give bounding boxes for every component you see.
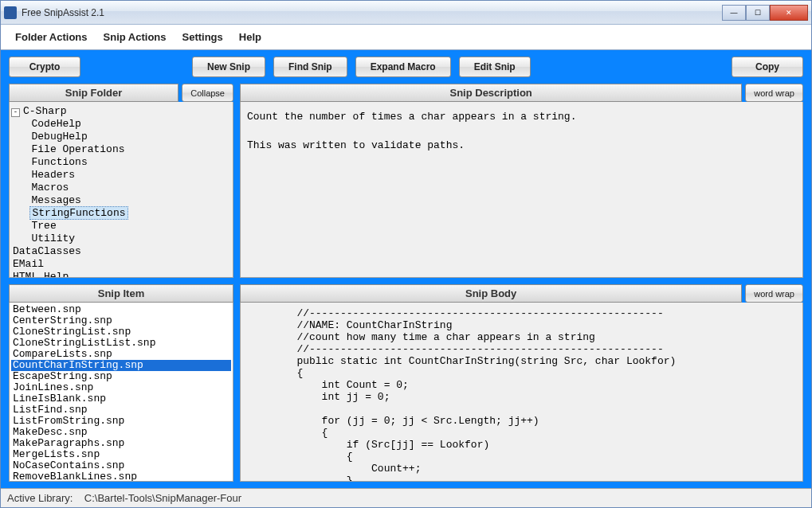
status-path: C:\Bartel-Tools\SnipManager-Four [84, 492, 241, 504]
list-item[interactable]: ListFromString.snp [11, 416, 231, 427]
tree-child-node[interactable]: Headers [11, 168, 231, 181]
collapse-icon[interactable]: - [11, 108, 20, 117]
list-item[interactable]: MergeLists.snp [11, 449, 231, 460]
list-item[interactable]: MakeParagraphs.snp [11, 438, 231, 449]
menu-folder-actions[interactable]: Folder Actions [15, 31, 88, 43]
menubar: Folder Actions Snip Actions Settings Hel… [1, 25, 811, 50]
expand-macro-button[interactable]: Expand Macro [355, 57, 451, 77]
snip-item-panel: Snip Item Between.snpCenterString.snpClo… [9, 284, 233, 482]
tree-child-node[interactable]: CodeHelp [11, 117, 231, 130]
folder-tree: -C-Sharp CodeHelp DebugHelp File Operati… [10, 102, 233, 278]
tree-root-node[interactable]: -C-Sharp [11, 105, 231, 117]
folder-tree-container[interactable]: -C-Sharp CodeHelp DebugHelp File Operati… [9, 102, 233, 278]
main-content: Snip Folder Collapse -C-Sharp CodeHelp D… [1, 84, 811, 488]
menu-snip-actions[interactable]: Snip Actions [104, 31, 167, 43]
tree-root-label[interactable]: C-Sharp [22, 105, 69, 117]
tree-child-label[interactable]: Tree [29, 220, 57, 232]
tree-child-label[interactable]: StringFunctions [29, 206, 127, 220]
snip-body-title: Snip Body [240, 284, 742, 303]
tree-child-label[interactable]: Functions [29, 156, 88, 168]
copy-button[interactable]: Copy [732, 57, 803, 77]
list-item[interactable]: CenterString.snp [11, 315, 231, 326]
snip-folder-panel: Snip Folder Collapse -C-Sharp CodeHelp D… [9, 84, 233, 278]
tree-child-label[interactable]: CodeHelp [29, 118, 82, 130]
titlebar: Free SnipAssist 2.1 — ☐ ✕ [1, 1, 811, 25]
tree-sibling-node[interactable]: HTML Help [11, 270, 231, 278]
list-item[interactable]: CompareLists.snp [11, 349, 231, 360]
list-item[interactable]: MakeDesc.snp [11, 427, 231, 438]
window-controls: — ☐ ✕ [722, 5, 808, 21]
tree-child-label[interactable]: Messages [29, 194, 82, 206]
list-item[interactable]: EscapeString.snp [11, 371, 231, 382]
code-container[interactable]: //--------------------------------------… [240, 303, 803, 482]
tree-child-label[interactable]: Macros [29, 182, 70, 193]
list-item[interactable]: CountCharInString.snp [11, 360, 231, 371]
tree-child-node[interactable]: File Operations [11, 143, 231, 155]
tree-sibling-label[interactable]: DataClasses [11, 245, 83, 257]
list-item[interactable]: RemoveBlankLines.snp [11, 471, 231, 482]
tree-child-node[interactable]: Messages [11, 193, 231, 206]
body-word-wrap-button[interactable]: word wrap [745, 284, 803, 303]
list-item[interactable]: ListFind.snp [11, 404, 231, 416]
snip-folder-title: Snip Folder [9, 84, 178, 102]
snip-description-panel: Snip Description word wrap Count the num… [240, 84, 803, 278]
edit-snip-button[interactable]: Edit Snip [459, 57, 531, 77]
code-text[interactable]: //--------------------------------------… [241, 303, 802, 482]
tree-child-label[interactable]: File Operations [29, 143, 126, 155]
statusbar: Active Library: C:\Bartel-Tools\SnipMana… [1, 488, 811, 507]
list-item[interactable]: JoinLines.snp [11, 382, 231, 393]
item-list: Between.snpCenterString.snpCloneStringLi… [10, 303, 233, 482]
tree-child-node[interactable]: Macros [11, 181, 231, 193]
tree-sibling-label[interactable]: EMail [11, 258, 45, 270]
new-snip-button[interactable]: New Snip [192, 57, 265, 77]
status-label: Active Library: [7, 492, 73, 504]
tree-child-label[interactable]: DebugHelp [29, 131, 88, 143]
tree-child-node[interactable]: Tree [11, 219, 231, 232]
item-list-container[interactable]: Between.snpCenterString.snpCloneStringLi… [9, 303, 233, 482]
menu-help[interactable]: Help [239, 31, 261, 43]
collapse-button[interactable]: Collapse [182, 84, 233, 102]
list-item[interactable]: Between.snp [11, 304, 231, 315]
tree-sibling-node[interactable]: EMail [11, 257, 231, 270]
desc-word-wrap-button[interactable]: word wrap [745, 84, 803, 102]
tree-child-label[interactable]: Utility [29, 233, 76, 244]
window-title: Free SnipAssist 2.1 [22, 7, 722, 18]
list-item[interactable]: CloneStringList.snp [11, 326, 231, 338]
snip-body-panel: Snip Body word wrap //------------------… [240, 284, 803, 482]
toolbar: Crypto New Snip Find Snip Expand Macro E… [1, 50, 811, 84]
maximize-button[interactable]: ☐ [746, 5, 770, 21]
find-snip-button[interactable]: Find Snip [273, 57, 347, 77]
tree-child-node[interactable]: Utility [11, 232, 231, 244]
tree-sibling-label[interactable]: HTML Help [11, 271, 70, 278]
close-button[interactable]: ✕ [770, 5, 808, 21]
list-item[interactable]: CloneStringListList.snp [11, 338, 231, 349]
description-text[interactable]: Count the number of times a char appears… [241, 102, 802, 161]
menu-settings[interactable]: Settings [182, 31, 223, 43]
tree-child-label[interactable]: Headers [29, 169, 76, 181]
app-window: Free SnipAssist 2.1 — ☐ ✕ Folder Actions… [0, 0, 812, 508]
tree-child-node[interactable]: DebugHelp [11, 130, 231, 143]
snip-item-title: Snip Item [9, 284, 233, 303]
description-container[interactable]: Count the number of times a char appears… [240, 102, 803, 278]
tree-child-node[interactable]: StringFunctions [11, 206, 231, 219]
tree-child-node[interactable]: Functions [11, 155, 231, 168]
list-item[interactable]: NoCaseContains.snp [11, 460, 231, 471]
minimize-button[interactable]: — [722, 5, 746, 21]
app-icon [4, 6, 17, 19]
snip-description-title: Snip Description [240, 84, 742, 102]
list-item[interactable]: LineIsBlank.snp [11, 393, 231, 404]
tree-sibling-node[interactable]: DataClasses [11, 244, 231, 257]
crypto-button[interactable]: Crypto [9, 57, 80, 77]
